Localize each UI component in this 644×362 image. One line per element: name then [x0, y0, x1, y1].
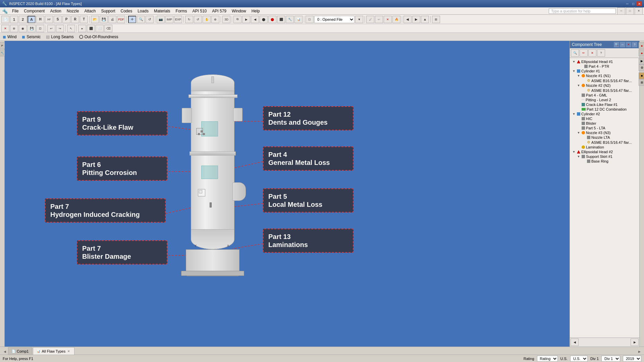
nav-roundness[interactable]: Out-Of-Roundness — [79, 35, 118, 39]
tb2-x[interactable]: ✕ — [1, 25, 9, 32]
menu-action[interactable]: Action — [47, 8, 64, 14]
menu-loads[interactable]: Loads — [135, 8, 151, 14]
misc4[interactable]: ⬤ — [260, 16, 268, 23]
misc2[interactable]: ▶ — [242, 16, 250, 23]
tb-btn-p[interactable]: P — [62, 16, 70, 23]
flaw-tab-close[interactable]: ✕ — [67, 349, 71, 353]
tb-btn-a[interactable]: A — [28, 16, 36, 23]
tree-asme3[interactable]: ⚙ ASME B16.5/16.47 flar... — [571, 140, 638, 145]
menu-component[interactable]: Component — [21, 8, 47, 14]
right-edge-icon3[interactable]: ▶ — [639, 58, 644, 64]
help-restore-btn[interactable]: □ — [626, 7, 634, 15]
menu-api579[interactable]: API 579 — [209, 8, 229, 14]
nav-up[interactable]: ▲ — [421, 16, 429, 23]
minimize-button[interactable]: ─ — [625, 1, 630, 6]
tb-btn-r[interactable]: R — [71, 16, 79, 23]
tb2-save[interactable]: 💾 — [28, 25, 36, 32]
tree-ellipsoidal-head-1[interactable]: ▼ Ellipsoidal Head #1 — [571, 59, 638, 64]
menu-support[interactable]: Support — [98, 8, 118, 14]
edit2[interactable]: ↩ — [375, 16, 383, 23]
refresh-button[interactable]: ↺ — [146, 16, 154, 23]
edit4[interactable]: 🔥 — [392, 16, 400, 23]
roundness-radio[interactable] — [79, 35, 83, 39]
year-dropdown[interactable]: 2019 — [623, 356, 641, 362]
isometric-btn[interactable]: 3D — [222, 16, 230, 23]
part7blister-flaw-box[interactable]: Part 7 Blister Damage — [77, 240, 167, 264]
part5-flaw-box[interactable]: Part 5 Local Metal Loss — [263, 188, 354, 213]
part7hic-flaw-box[interactable]: Part 7 Hydrogen Induced Cracking — [45, 198, 166, 223]
save-button[interactable]: 💾 — [100, 16, 108, 23]
part12-flaw-box[interactable]: Part 12 Dents and Gouges — [263, 106, 354, 130]
tree-edit-btn[interactable]: ✏ — [580, 49, 588, 57]
window-controls[interactable]: ─ □ ✕ — [625, 1, 642, 6]
tree-search-btn[interactable]: 🔍 — [571, 49, 579, 57]
nav-back[interactable]: ◀ — [404, 16, 412, 23]
menu-codes[interactable]: Codes — [118, 8, 135, 14]
tab-comp1[interactable]: 📄 Comp1 — [8, 347, 32, 355]
tree-collapse-icon[interactable]: ─ — [620, 42, 625, 47]
misc8[interactable]: 📊 — [294, 16, 303, 23]
tree-expand-icon[interactable]: ▼ — [577, 131, 581, 135]
tabs-scroll-right[interactable]: ▶ — [636, 349, 643, 355]
nav-wind[interactable]: ◼ Wind — [3, 35, 16, 39]
tree-expand-icon[interactable]: ▼ — [572, 60, 576, 64]
tb2-6[interactable]: ⬜ — [96, 25, 104, 32]
tree-search-icon[interactable]: 🔍 — [614, 42, 619, 47]
tree-expand-icon[interactable]: ▼ — [572, 150, 576, 154]
menu-window[interactable]: Window — [229, 8, 249, 14]
tree-asme1[interactable]: ⚙ ASME B16.5/16.47 flar... — [571, 78, 638, 83]
pdf-button[interactable]: PDF — [117, 16, 125, 23]
menu-api510[interactable]: API 510 — [190, 8, 210, 14]
tb-btn-1[interactable]: 1 — [10, 16, 18, 23]
misc9[interactable]: ⊡ — [306, 16, 314, 23]
camera-button[interactable]: 📷 — [157, 16, 165, 23]
open-button[interactable]: 📂 — [91, 16, 99, 23]
undo-button[interactable]: ↩ — [47, 25, 55, 32]
tree-scroll-right[interactable]: ▶ — [631, 339, 639, 346]
select-btn[interactable]: ↖ — [67, 25, 75, 32]
tree-asme2[interactable]: ⚙ ASME B16.5/16.47 flar... — [571, 88, 638, 93]
menu-help[interactable]: Help — [249, 8, 263, 14]
tab-all-flaw-types[interactable]: 📊 All Flaw Types ✕ — [33, 347, 74, 355]
tree-close-icon[interactable]: ✕ — [626, 42, 631, 47]
export-button[interactable]: EXP — [174, 16, 182, 23]
dropdown-arrow[interactable]: ▼ — [355, 16, 363, 23]
edit3[interactable]: ✕ — [384, 16, 392, 23]
rating-dropdown[interactable]: Rating — [537, 356, 558, 362]
menu-materials[interactable]: Materials — [151, 8, 173, 14]
tb2-2[interactable]: ◉ — [19, 25, 27, 32]
pan-btn[interactable]: ✋ — [203, 16, 211, 23]
zoom-btn[interactable]: ⊕ — [211, 16, 219, 23]
tree-blister[interactable]: Blister — [571, 121, 638, 126]
tb-btn-s[interactable]: S — [54, 16, 62, 23]
misc1[interactable]: ⧉ — [233, 16, 241, 23]
part4-flaw-box[interactable]: Part 4 General Metal Loss — [263, 146, 354, 171]
tree-lamination[interactable]: Lamination — [571, 145, 638, 149]
misc5[interactable]: ⬤ — [268, 16, 276, 23]
rotate-y[interactable]: ↺ — [194, 16, 202, 23]
tree-nozzle1[interactable]: ▼ Nozzle #1 (N1) — [571, 73, 638, 78]
print-button[interactable]: 🖨 — [108, 16, 116, 23]
tree-hic[interactable]: HIC — [571, 116, 638, 121]
tree-nozzle3[interactable]: ▼ Nozzle #3 (N3) — [571, 130, 638, 135]
tree-help-btn[interactable]: ? — [597, 49, 605, 57]
right-edge-icon5[interactable]: ■ — [639, 72, 644, 79]
tree-part5-lta[interactable]: Part 5 - LTA — [571, 126, 638, 130]
help-search-box[interactable]: Type a question for help — [549, 8, 616, 14]
misc7[interactable]: 🔧 — [286, 16, 294, 23]
tree-crack-flaw[interactable]: Crack-Like Flaw #1 — [571, 102, 638, 107]
tree-pitting[interactable]: ⋯ Pitting - Level 2 — [571, 98, 638, 102]
tb2-3[interactable]: ⊡ — [36, 25, 44, 32]
part9-flaw-box[interactable]: Part 9 Crack-Like Flaw — [77, 111, 167, 135]
right-edge-icon1[interactable]: ● — [639, 42, 644, 49]
search-button[interactable]: 🔍 — [137, 16, 145, 23]
close-button[interactable]: ✕ — [637, 1, 642, 6]
tree-support-skirt[interactable]: ▼ Support Skirt #1 — [571, 154, 638, 159]
menu-attach[interactable]: Attach — [82, 8, 98, 14]
tb-btn-2[interactable]: 2 — [19, 16, 27, 23]
tree-base-ring[interactable]: Base Ring — [571, 159, 638, 164]
tree-expand-icon[interactable]: ▼ — [577, 83, 581, 87]
tree-part12-dc[interactable]: Part 12 DC Combination — [571, 107, 638, 112]
grid-btn[interactable]: ⊞ — [432, 16, 440, 23]
misc3[interactable]: ◀ — [251, 16, 259, 23]
